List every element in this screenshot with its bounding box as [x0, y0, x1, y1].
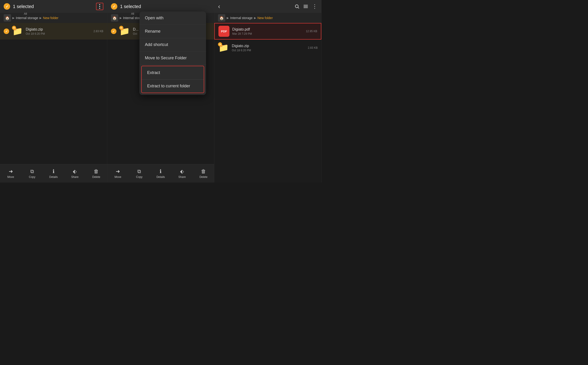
breadcrumb-1: 🏠 ▶ Internal storage ▶ New folder: [0, 13, 107, 23]
move-label-1: Move: [7, 175, 14, 179]
arrow-3: ▶: [120, 16, 122, 20]
folder-label-3[interactable]: New folder: [258, 16, 273, 20]
copy-label-2: Copy: [136, 175, 142, 179]
copy-button-1[interactable]: ⧉ Copy: [25, 168, 39, 179]
pdf-icon: PDF: [219, 26, 229, 37]
move-label-2: Move: [115, 175, 121, 179]
select-all-check-2[interactable]: [111, 3, 117, 10]
zip-size-3: 2.83 KB: [308, 46, 318, 49]
list-view-button[interactable]: [303, 4, 308, 9]
move-icon-1: ➜: [9, 168, 13, 175]
home-icon-1[interactable]: 🏠: [4, 14, 11, 22]
pdf-size: 12.95 KB: [306, 30, 317, 33]
move-button-2[interactable]: ➜ Move: [111, 168, 125, 179]
details-label-2: Details: [157, 175, 165, 179]
search-button[interactable]: [294, 4, 300, 9]
pdf-label: PDF: [221, 30, 227, 33]
copy-icon-2: ⧉: [137, 168, 141, 175]
breadcrumb-3: 🏠 ▶ Internal storage ▶ New folder: [214, 13, 321, 23]
share-label-2: Share: [178, 175, 186, 179]
menu-extract-current[interactable]: Extract to current folder: [142, 79, 204, 93]
move-button-1[interactable]: ➜ Move: [4, 168, 18, 179]
all-label-1: All: [24, 12, 27, 15]
context-menu: Open with Rename Add shortcut Move to Se…: [139, 12, 206, 95]
copy-button-2[interactable]: ⧉ Copy: [132, 168, 146, 179]
share-label-1: Share: [71, 175, 79, 179]
file-item-zip-1[interactable]: 📁 N Digiato.zip Oct 18 6:20 PM 2.83 KB: [0, 23, 107, 40]
menu-rename[interactable]: Rename: [139, 25, 206, 38]
details-button-2[interactable]: ℹ Details: [154, 168, 167, 179]
topbar-icons-3: ⋮: [294, 3, 318, 10]
svg-line-1: [298, 7, 299, 8]
details-label-1: Details: [49, 175, 58, 179]
selected-count-1: 1 selected: [13, 4, 34, 9]
file-list-3: PDF Digiato.pdf Mar 28 7:29 PM 12.95 KB …: [214, 23, 321, 182]
home-icon-3[interactable]: 🏠: [218, 14, 225, 22]
delete-label-1: Delete: [92, 175, 100, 179]
file-item-pdf[interactable]: PDF Digiato.pdf Mar 28 7:29 PM 12.95 KB: [214, 23, 321, 40]
file-checkbox-1[interactable]: [4, 28, 9, 34]
folder-label-1[interactable]: New folder: [43, 16, 58, 20]
share-button-2[interactable]: ⬖ Share: [175, 168, 189, 179]
panel-1: 1 selected All 🏠 ▶ Internal storage ▶ Ne…: [0, 0, 107, 182]
file-list-1: 📁 N Digiato.zip Oct 18 6:20 PM 2.83 KB: [0, 23, 107, 164]
list-icon: [303, 4, 308, 9]
menu-open-with[interactable]: Open with: [139, 12, 206, 25]
move-icon-2: ➜: [116, 168, 120, 175]
file-checkbox-2[interactable]: [111, 28, 116, 34]
delete-icon-2: 🗑: [201, 168, 206, 175]
file-meta-1: Oct 18 6:20 PM: [26, 32, 91, 35]
storage-label-1[interactable]: Internal storage: [16, 16, 38, 20]
three-dots-icon-1: [99, 4, 100, 9]
copy-label-1: Copy: [29, 175, 35, 179]
details-button-1[interactable]: ℹ Details: [47, 168, 60, 179]
arrow-5: ▶: [227, 16, 229, 20]
more-menu-button-1[interactable]: [96, 3, 103, 10]
extract-group: Extract Extract to current folder: [141, 66, 204, 93]
select-all-check-1[interactable]: [4, 3, 10, 10]
share-button-1[interactable]: ⬖ Share: [68, 168, 82, 179]
zip-meta-3: Oct 18 6:20 PM: [232, 49, 305, 52]
share-icon-2: ⬖: [180, 168, 184, 175]
topbar-2: 1 selected All: [107, 0, 214, 13]
file-info-1: Digiato.zip Oct 18 6:20 PM: [26, 27, 91, 35]
topbar-1: 1 selected All: [0, 0, 107, 13]
arrow-6: ▶: [254, 16, 256, 20]
info-icon-1: ℹ: [53, 168, 55, 175]
zip-icon-2: 📁 N: [119, 26, 130, 37]
storage-label-3[interactable]: Internal storage: [230, 16, 253, 20]
menu-add-shortcut[interactable]: Add shortcut: [139, 38, 206, 51]
back-button[interactable]: ‹: [218, 3, 220, 10]
delete-icon-1: 🗑: [94, 168, 99, 175]
delete-button-2[interactable]: 🗑 Delete: [197, 168, 210, 179]
all-label-2: All: [131, 12, 134, 15]
file-item-zip-3[interactable]: 📁 N Digiato.zip Oct 18 6:20 PM 2.83 KB: [214, 40, 321, 56]
topbar-3: ‹ ⋮: [214, 0, 321, 13]
pdf-meta: Mar 28 7:29 PM: [232, 32, 303, 35]
menu-move-secure[interactable]: Move to Secure Folder: [139, 51, 206, 65]
file-info-pdf: Digiato.pdf Mar 28 7:29 PM: [232, 27, 303, 35]
file-name-1: Digiato.zip: [26, 27, 91, 31]
panel-2: 1 selected All 🏠 ▶ Internal storage 📁 N …: [107, 0, 214, 182]
panel-3: ‹ ⋮ 🏠 ▶ Internal storage ▶ New folder: [214, 0, 321, 182]
file-size-1: 2.83 KB: [94, 30, 103, 33]
coin-badge-2: N: [119, 26, 123, 30]
share-icon-1: ⬖: [73, 168, 77, 175]
home-icon-2[interactable]: 🏠: [111, 14, 118, 22]
delete-button-1[interactable]: 🗑 Delete: [89, 168, 103, 179]
bottom-bar-2: ➜ Move ⧉ Copy ℹ Details ⬖ Share 🗑 Delete: [107, 164, 214, 182]
copy-icon-1: ⧉: [30, 168, 34, 175]
zip-name-3: Digiato.zip: [232, 44, 305, 48]
more-button-3[interactable]: ⋮: [312, 3, 318, 10]
pdf-name: Digiato.pdf: [232, 27, 303, 31]
coin-badge-1: N: [12, 26, 16, 30]
search-icon: [294, 4, 300, 9]
arrow-1: ▶: [12, 16, 14, 20]
zip-icon-1: 📁 N: [12, 26, 23, 37]
selected-count-2: 1 selected: [120, 4, 141, 9]
delete-label-2: Delete: [199, 175, 207, 179]
bottom-bar-1: ➜ Move ⧉ Copy ℹ Details ⬖ Share 🗑 Delete: [0, 164, 107, 182]
arrow-2: ▶: [40, 16, 41, 20]
menu-extract[interactable]: Extract: [142, 66, 204, 79]
file-info-zip-3: Digiato.zip Oct 18 6:20 PM: [232, 44, 305, 52]
